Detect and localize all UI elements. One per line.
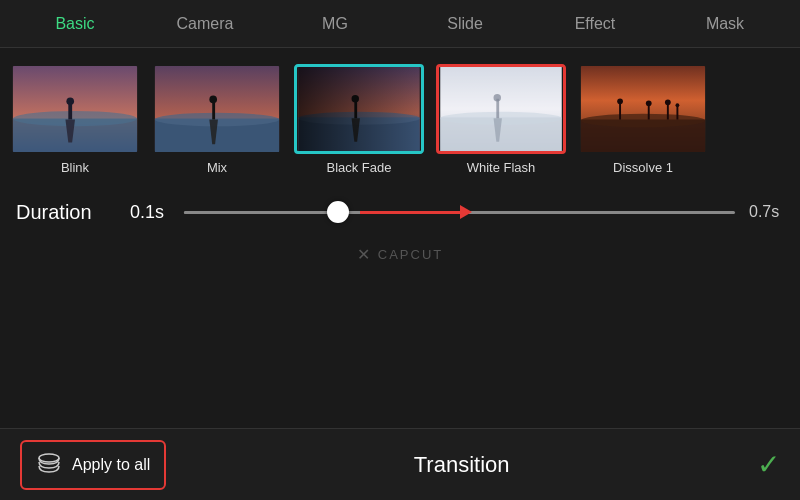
svg-point-10 bbox=[209, 96, 217, 104]
svg-point-37 bbox=[39, 454, 59, 462]
duration-current: 0.1s bbox=[130, 202, 170, 223]
watermark-symbol: ✕ bbox=[357, 245, 372, 264]
svg-point-24 bbox=[494, 94, 501, 101]
svg-point-30 bbox=[617, 98, 623, 104]
watermark: ✕ CAPCUT bbox=[0, 241, 800, 268]
svg-rect-9 bbox=[212, 100, 215, 119]
tab-effect[interactable]: Effect bbox=[530, 3, 660, 45]
svg-point-34 bbox=[665, 99, 671, 105]
svg-point-36 bbox=[675, 103, 679, 107]
tab-basic[interactable]: Basic bbox=[10, 3, 140, 45]
slider-track bbox=[184, 211, 735, 214]
svg-rect-18 bbox=[298, 67, 419, 151]
svg-point-4 bbox=[66, 98, 74, 106]
slider-thumb[interactable] bbox=[327, 201, 349, 223]
thumb-white-flash[interactable]: White Flash bbox=[436, 64, 566, 175]
svg-rect-22 bbox=[440, 67, 561, 151]
tab-slide[interactable]: Slide bbox=[400, 3, 530, 45]
thumb-blink-wrapper bbox=[10, 64, 140, 154]
duration-max: 0.7s bbox=[749, 203, 784, 221]
thumb-mix-label: Mix bbox=[207, 160, 227, 175]
transition-label: Transition bbox=[166, 452, 757, 478]
thumb-dissolve1-label: Dissolve 1 bbox=[613, 160, 673, 175]
svg-rect-35 bbox=[676, 106, 678, 119]
arrow-head bbox=[460, 205, 472, 219]
bottom-bar: Apply to all Transition ✓ bbox=[0, 428, 800, 500]
checkmark-button[interactable]: ✓ bbox=[757, 448, 780, 481]
svg-rect-31 bbox=[648, 104, 650, 119]
thumbnails-section: Blink Mix bbox=[0, 48, 800, 183]
checkmark-icon: ✓ bbox=[757, 449, 780, 480]
svg-rect-33 bbox=[667, 103, 669, 119]
svg-point-32 bbox=[646, 100, 652, 106]
watermark-text: CAPCUT bbox=[378, 247, 443, 262]
tab-mg[interactable]: MG bbox=[270, 3, 400, 45]
svg-point-2 bbox=[13, 111, 137, 126]
svg-point-28 bbox=[581, 114, 705, 127]
thumb-black-fade-label: Black Fade bbox=[326, 160, 391, 175]
thumb-black-fade[interactable]: Black Fade bbox=[294, 64, 424, 175]
apply-icon bbox=[36, 450, 62, 480]
slider-fill bbox=[184, 211, 338, 214]
thumb-black-fade-wrapper bbox=[294, 64, 424, 154]
svg-rect-29 bbox=[619, 102, 621, 119]
thumb-dissolve1[interactable]: Dissolve 1 bbox=[578, 64, 708, 175]
thumb-white-flash-wrapper bbox=[436, 64, 566, 154]
tab-mask[interactable]: Mask bbox=[660, 3, 790, 45]
apply-to-all-button[interactable]: Apply to all bbox=[20, 440, 166, 490]
thumb-mix-wrapper bbox=[152, 64, 282, 154]
duration-slider[interactable] bbox=[184, 197, 735, 227]
svg-rect-23 bbox=[496, 99, 499, 119]
slider-arrow bbox=[360, 205, 472, 219]
thumb-blink-label: Blink bbox=[61, 160, 89, 175]
apply-to-all-label: Apply to all bbox=[72, 456, 150, 474]
thumb-blink[interactable]: Blink bbox=[10, 64, 140, 175]
thumb-mix[interactable]: Mix bbox=[152, 64, 282, 175]
duration-label: Duration bbox=[16, 201, 116, 224]
duration-section: Duration 0.1s 0.7s bbox=[0, 183, 800, 241]
tab-camera[interactable]: Camera bbox=[140, 3, 270, 45]
tab-bar: Basic Camera MG Slide Effect Mask bbox=[0, 0, 800, 48]
arrow-line bbox=[360, 211, 460, 214]
thumb-white-flash-label: White Flash bbox=[467, 160, 536, 175]
thumb-dissolve1-wrapper bbox=[578, 64, 708, 154]
